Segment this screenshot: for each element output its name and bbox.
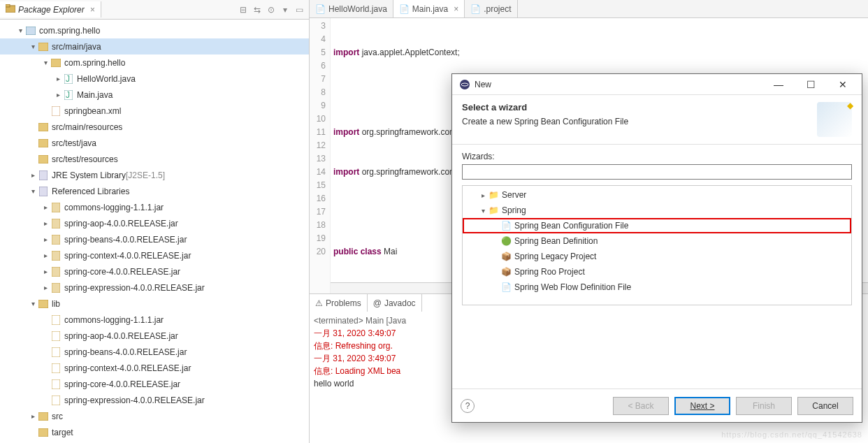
tree-src-folder[interactable]: ▸src [0, 408, 309, 424]
problems-icon: ⚠ [315, 298, 323, 308]
svg-rect-9 [52, 106, 60, 116]
java-file-icon: 📄 [315, 4, 326, 14]
view-menu-icon[interactable]: ▾ [280, 4, 291, 15]
tree-java-file-2[interactable]: ▸JMain.java [0, 87, 309, 103]
tree-jre[interactable]: ▸JRE System Library [J2SE-1.5] [0, 167, 309, 183]
source-folder-icon [38, 154, 49, 165]
library-icon [38, 170, 49, 181]
spring-config-icon: 📄 [500, 220, 512, 231]
folder-icon [38, 298, 49, 310]
wizard-item-spring-bean-config[interactable]: 📄Spring Bean Configuration File [463, 218, 851, 233]
close-button[interactable]: ✕ [827, 74, 859, 95]
back-button[interactable]: < Back [613, 397, 669, 415]
tree-package[interactable]: ▾com.spring.hello [0, 55, 309, 71]
collapse-all-icon[interactable]: ⊟ [238, 4, 249, 15]
svg-rect-1 [6, 4, 10, 7]
svg-rect-3 [38, 43, 48, 51]
svg-rect-18 [52, 251, 60, 261]
tree-java-file-1[interactable]: ▸JHelloWorld.java [0, 71, 309, 87]
roo-icon: 📦 [500, 266, 512, 277]
tree-project[interactable]: ▾com.spring.hello [0, 22, 309, 38]
folder-icon [38, 411, 49, 422]
wizard-category-spring[interactable]: ▾📁Spring [463, 203, 851, 218]
close-tab-icon[interactable]: × [90, 5, 95, 15]
svg-rect-27 [52, 395, 60, 405]
java-file-icon: J [63, 89, 74, 101]
dialog-titlebar[interactable]: New — ☐ ✕ [452, 74, 862, 95]
tree-lib-jar[interactable]: spring-context-4.0.0.RELEASE.jar [0, 360, 309, 376]
tree-target-folder[interactable]: target [0, 424, 309, 440]
source-folder-icon [38, 41, 49, 52]
tree-referenced-libraries[interactable]: ▾Referenced Libraries [0, 183, 309, 199]
jar-file-icon [50, 314, 62, 326]
svg-rect-11 [38, 139, 48, 147]
folder-icon [38, 427, 49, 438]
bean-icon: 🟢 [500, 235, 512, 247]
wizard-item-spring-bean-def[interactable]: 🟢Spring Bean Definition [463, 233, 851, 249]
tree-lib-jar[interactable]: spring-expression-4.0.0.RELEASE.jar [0, 392, 309, 408]
package-explorer-tab[interactable]: Package Explorer × [0, 1, 101, 17]
tree-lib-folder[interactable]: ▾lib [0, 296, 309, 312]
editor-tab-main[interactable]: 📄Main.java× [393, 0, 465, 17]
svg-rect-19 [52, 267, 60, 277]
tree-jar[interactable]: ▸spring-core-4.0.0.RELEASE.jar [0, 263, 309, 279]
wizard-item-spring-roo[interactable]: 📦Spring Roo Project [463, 264, 851, 279]
tree-lib-jar[interactable]: commons-logging-1.1.1.jar [0, 312, 309, 328]
problems-tab[interactable]: ⚠Problems [310, 294, 368, 312]
javadoc-tab[interactable]: @Javadoc [368, 294, 422, 312]
package-explorer-tree[interactable]: ▾com.spring.hello ▾src/main/java ▾com.sp… [0, 20, 309, 443]
svg-rect-4 [51, 59, 61, 67]
tree-lib-jar[interactable]: spring-aop-4.0.0.RELEASE.jar [0, 328, 309, 344]
dialog-banner: Select a wizard Create a new Spring Bean… [452, 95, 862, 145]
wizard-item-spring-legacy[interactable]: 📦Spring Legacy Project [463, 249, 851, 264]
svg-rect-22 [52, 315, 60, 325]
minimize-icon[interactable]: ▭ [294, 4, 305, 15]
tree-src-main-java[interactable]: ▾src/main/java [0, 38, 309, 55]
project-icon: 📦 [500, 251, 512, 262]
wizard-category-server[interactable]: ▸📁Server [463, 187, 851, 203]
tree-jar[interactable]: ▸spring-context-4.0.0.RELEASE.jar [0, 247, 309, 263]
tree-jar[interactable]: ▸spring-expression-4.0.0.RELEASE.jar [0, 279, 309, 296]
dialog-description: Create a new Spring Bean Configuration F… [462, 117, 628, 126]
tree-lib-jar[interactable]: spring-core-4.0.0.RELEASE.jar [0, 376, 309, 392]
svg-rect-21 [38, 300, 48, 308]
tree-src-test-resources[interactable]: src/test/resources [0, 151, 309, 167]
editor-tab-project[interactable]: 📄.project [465, 0, 517, 17]
wizard-filter-input[interactable] [462, 164, 852, 180]
package-explorer-toolbar: ⊟ ⇆ ⊙ ▾ ▭ [238, 4, 309, 15]
tree-xml-file[interactable]: springbean.xml [0, 103, 309, 119]
tree-lib-jar[interactable]: spring-beans-4.0.0.RELEASE.jar [0, 344, 309, 360]
editor-tab-hello[interactable]: 📄HelloWorld.java [310, 0, 393, 17]
tree-jar[interactable]: ▸spring-aop-4.0.0.RELEASE.jar [0, 215, 309, 231]
dialog-heading: Select a wizard [462, 102, 628, 112]
wizard-item-spring-webflow[interactable]: 📄Spring Web Flow Definition File [463, 279, 851, 295]
help-button[interactable]: ? [461, 399, 475, 413]
folder-icon: 📁 [488, 189, 499, 201]
tree-src-test-java[interactable]: src/test/java [0, 135, 309, 151]
tree-jar[interactable]: ▸commons-logging-1.1.1.jar [0, 199, 309, 215]
java-file-icon: J [63, 73, 74, 85]
svg-rect-10 [38, 123, 48, 131]
tree-jar[interactable]: ▸spring-beans-4.0.0.RELEASE.jar [0, 231, 309, 247]
maximize-button[interactable]: ☐ [795, 74, 827, 95]
next-button[interactable]: Next > [674, 397, 730, 415]
jar-icon [50, 202, 62, 213]
xml-file-icon: 📄 [470, 4, 481, 14]
webflow-icon: 📄 [500, 282, 512, 293]
package-icon [50, 57, 62, 68]
wizard-banner-icon [817, 102, 852, 137]
tree-src-main-resources[interactable]: src/main/resources [0, 119, 309, 135]
wizard-tree[interactable]: ▸📁Server ▾📁Spring 📄Spring Bean Configura… [462, 185, 852, 305]
finish-button[interactable]: Finish [736, 397, 792, 415]
focus-icon[interactable]: ⊙ [266, 4, 277, 15]
package-explorer-header: Package Explorer × ⊟ ⇆ ⊙ ▾ ▭ [0, 0, 309, 20]
new-wizard-dialog: New — ☐ ✕ Select a wizard Create a new S… [451, 73, 862, 423]
editor-tabs: 📄HelloWorld.java 📄Main.java× 📄.project [310, 0, 868, 18]
minimize-button[interactable]: — [762, 74, 795, 95]
dialog-footer: ? < Back Next > Finish Cancel [452, 388, 862, 422]
link-with-editor-icon[interactable]: ⇆ [252, 4, 263, 15]
package-explorer-icon [6, 4, 15, 15]
svg-rect-14 [39, 187, 48, 196]
cancel-button[interactable]: Cancel [797, 397, 853, 415]
close-icon[interactable]: × [454, 4, 458, 14]
